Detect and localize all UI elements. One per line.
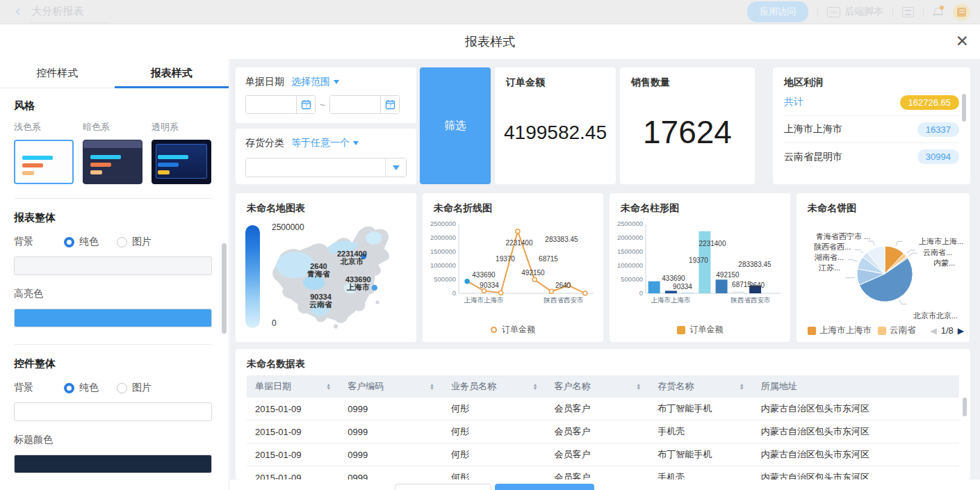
radio-solid-color[interactable]	[64, 383, 74, 393]
footer-primary-button[interactable]	[495, 484, 594, 490]
back-icon[interactable]: ‹	[15, 4, 20, 18]
sort-desc-icon: ▼	[636, 386, 641, 390]
map-chart-card: 未命名地图表 2500000 0	[236, 193, 416, 342]
svg-text:2640: 2640	[555, 281, 571, 289]
table-cell: 2015-01-09	[247, 473, 339, 480]
theme-dark-label: 暗色系	[83, 121, 142, 133]
theme-transparent[interactable]: 透明系	[152, 121, 211, 184]
pager-next-icon[interactable]: ▶	[958, 326, 964, 336]
close-icon[interactable]: ✕	[956, 32, 969, 50]
radio-image[interactable]	[117, 237, 127, 247]
column-header[interactable]: 业务员名称▲▼	[443, 375, 546, 398]
sort-icon[interactable]: ▲▼	[636, 383, 641, 390]
thumb-bar	[22, 171, 34, 175]
legend-item[interactable]: 上海市上海市	[808, 325, 872, 336]
table-cell: 会员客户	[546, 425, 650, 438]
sort-icon[interactable]: ▲▼	[326, 383, 331, 390]
radio-solid-color[interactable]	[64, 237, 74, 247]
region-profit-row: 云南省昆明市30994	[784, 143, 959, 170]
table-scrollbar[interactable]	[963, 398, 967, 416]
region-profit-label: 上海市上海市	[784, 123, 842, 136]
report-bg-color-swatch[interactable]	[14, 256, 212, 275]
svg-text:7: 7	[389, 104, 391, 108]
region-profit-title: 地区利润	[784, 76, 959, 89]
notification-bell-icon[interactable]	[933, 6, 944, 17]
legend-item[interactable]: 云南省	[878, 325, 916, 336]
region-profit-label: 共计	[784, 96, 803, 108]
pie-label: 湖南省...	[815, 252, 844, 263]
code-icon: </>	[827, 7, 840, 17]
footer-secondary-button[interactable]	[395, 484, 491, 490]
svg-text:0: 0	[639, 289, 643, 297]
thumb-bar	[158, 170, 170, 174]
sidebar-scrollbar[interactable]	[222, 243, 227, 334]
table-cell: 何彤	[443, 448, 546, 461]
dialog-header: 报表样式 ✕	[0, 24, 980, 59]
sidebar-tabs: 控件样式 报表样式	[0, 59, 229, 88]
tab-widget-style[interactable]: 控件样式	[0, 59, 115, 88]
pie-labels: 上海市上海...云南省...内蒙...北京市北京...江苏...湖南省...陕西…	[797, 193, 970, 342]
radio-image[interactable]	[117, 383, 127, 393]
region-profit-badge: 162726.65	[900, 95, 959, 110]
bar-legend[interactable]: 订单金额	[610, 324, 790, 336]
sort-icon[interactable]: ▲▼	[740, 383, 744, 390]
column-header[interactable]: 客户名称▲▼	[546, 375, 650, 398]
column-header[interactable]: 单据日期▲▼	[247, 375, 339, 398]
theme-transparent-label: 透明系	[152, 121, 211, 133]
svg-text:陕西省西安市: 陕西省西安市	[544, 296, 585, 304]
highlight-color-swatch[interactable]	[14, 309, 212, 327]
date-filter-card: 单据日期 选择范围 7 ~	[236, 67, 416, 123]
calendar-icon[interactable]: 7	[380, 96, 399, 113]
pager-prev-icon[interactable]: ◀	[930, 326, 936, 336]
filter-submit-button[interactable]: 筛选	[420, 67, 491, 184]
svg-text:433690: 433690	[472, 271, 496, 279]
category-mode-dropdown[interactable]: 等于任意一个	[291, 137, 359, 149]
theme-dark-thumbnail[interactable]	[83, 140, 142, 184]
line-legend[interactable]: 订单金额	[423, 324, 603, 336]
tab-report-style[interactable]: 报表样式	[115, 59, 229, 88]
table-body: 2015-01-090999何彤会员客户布丁智能手机内蒙古自治区包头市东河区20…	[247, 398, 959, 480]
widget-bg-color-swatch[interactable]	[14, 402, 212, 421]
backend-script-button[interactable]: </> 后端脚本	[827, 6, 883, 18]
theme-light-label: 浅色系	[14, 121, 74, 133]
background-label: 背景	[14, 236, 64, 248]
sort-icon[interactable]: ▲▼	[430, 383, 434, 390]
thumb-bar	[22, 156, 53, 160]
data-table-card: 未命名数据表 单据日期▲▼客户编码▲▼业务员名称▲▼客户名称▲▼存货名称▲▼所属…	[236, 349, 970, 480]
region-profit-scrollbar[interactable]	[962, 94, 966, 122]
theme-transparent-thumbnail[interactable]	[152, 140, 211, 184]
background-label: 背景	[14, 382, 64, 394]
chevron-down-icon	[353, 141, 359, 145]
category-select-input[interactable]	[246, 158, 385, 177]
column-header[interactable]: 存货名称▲▼	[649, 375, 753, 398]
highlight-color-label: 高亮色	[14, 288, 212, 300]
svg-text:433690: 433690	[662, 275, 685, 282]
date-range-mode-dropdown[interactable]: 选择范围	[291, 76, 339, 88]
calendar-icon[interactable]: 7	[296, 96, 315, 113]
theme-light[interactable]: 浅色系	[14, 121, 74, 184]
svg-text:90334: 90334	[480, 281, 499, 289]
contacts-icon[interactable]	[902, 7, 914, 17]
map-label: 90334云南省	[309, 293, 332, 309]
date-from-input[interactable]	[246, 96, 296, 113]
thumb-bar	[90, 155, 121, 159]
svg-text:上海市上海市: 上海市上海市	[464, 296, 505, 304]
svg-text:2500000: 2500000	[430, 220, 456, 227]
svg-text:492150: 492150	[521, 269, 545, 277]
date-to-input[interactable]	[330, 96, 380, 113]
column-header[interactable]: 客户编码▲▼	[339, 375, 443, 398]
radio-image-label: 图片	[132, 382, 152, 394]
select-dropdown-button[interactable]	[385, 158, 406, 177]
pie-label: 云南省...	[923, 247, 952, 258]
svg-text:283383.45: 283383.45	[545, 236, 578, 243]
legend-marker-icon	[808, 327, 816, 335]
sort-icon[interactable]: ▲▼	[533, 383, 538, 390]
legend-label: 订单金额	[690, 324, 724, 336]
svg-text:上海市上海市: 上海市上海市	[651, 296, 692, 304]
avatar[interactable]	[953, 3, 970, 21]
theme-light-thumbnail[interactable]	[14, 140, 74, 184]
table-cell: 内蒙古自治区包头市东河区	[753, 448, 959, 461]
title-color-swatch[interactable]	[14, 455, 212, 473]
app-access-button[interactable]: 应用访问	[747, 1, 808, 22]
theme-dark[interactable]: 暗色系	[83, 121, 142, 184]
